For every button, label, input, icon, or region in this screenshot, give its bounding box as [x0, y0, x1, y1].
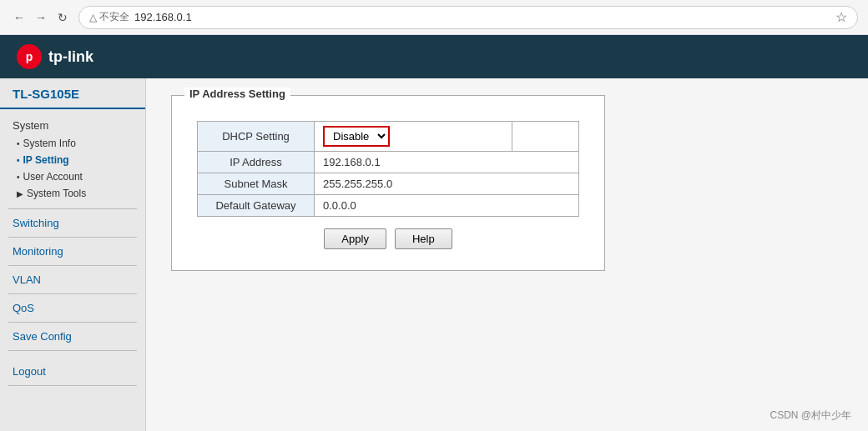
sidebar-item-save-config[interactable]: Save Config [0, 326, 145, 347]
dhcp-value-cell: Disable Enable [315, 122, 512, 152]
empty-cell [512, 122, 579, 152]
sidebar-item-label: User Account [23, 171, 83, 183]
bookmark-icon[interactable]: ☆ [835, 9, 847, 25]
table-row: Default Gateway 0.0.0.0 [198, 195, 579, 217]
sidebar-item-monitoring[interactable]: Monitoring [0, 241, 145, 262]
security-label: 不安全 [99, 10, 129, 24]
tp-header: p tp-link [0, 35, 868, 78]
sidebar-item-label: System Tools [27, 188, 86, 199]
browser-bar: ← → ↻ △ 不安全 192.168.0.1 ☆ [0, 0, 868, 35]
sidebar-item-label: System Info [23, 138, 76, 149]
divider-5 [8, 322, 137, 323]
nav-buttons: ← → ↻ [10, 8, 72, 27]
content-area: IP Address Setting DHCP Setting Disable … [146, 78, 868, 431]
security-warning: △ 不安全 [89, 10, 129, 24]
divider-3 [8, 265, 137, 266]
ip-address-panel: IP Address Setting DHCP Setting Disable … [171, 95, 605, 271]
apply-button[interactable]: Apply [324, 228, 386, 249]
bullet-icon: • [17, 139, 20, 148]
system-header: System [0, 116, 145, 135]
sidebar-item-user-account[interactable]: • User Account [0, 168, 145, 185]
ip-value: 192.168.0.1 [315, 152, 579, 173]
subnet-label: Subnet Mask [198, 173, 315, 195]
sidebar-item-system-tools[interactable]: ▶ System Tools [0, 185, 145, 202]
reload-button[interactable]: ↻ [53, 8, 72, 27]
address-bar[interactable]: △ 不安全 192.168.0.1 ☆ [78, 6, 858, 29]
subnet-value: 255.255.255.0 [315, 173, 579, 195]
sidebar: TL-SG105E System • System Info • IP Sett… [0, 78, 146, 431]
panel-title: IP Address Setting [184, 88, 290, 100]
bullet-icon: • [17, 156, 20, 165]
sidebar-item-switching[interactable]: Switching [0, 213, 145, 233]
back-button[interactable]: ← [10, 8, 28, 27]
dhcp-select[interactable]: Disable Enable [323, 126, 390, 147]
table-row: IP Address 192.168.0.1 [198, 152, 579, 173]
table-row: DHCP Setting Disable Enable [198, 122, 579, 152]
sidebar-item-qos[interactable]: QoS [0, 298, 145, 318]
sidebar-item-vlan[interactable]: VLAN [0, 269, 145, 290]
tp-logo: p tp-link [17, 44, 93, 69]
divider-4 [8, 293, 137, 294]
gateway-label: Default Gateway [198, 195, 315, 217]
logo-text: tp-link [48, 48, 93, 66]
footer-text: CSDN @村中少年 [770, 408, 851, 423]
divider-7 [8, 385, 137, 386]
main-layout: TL-SG105E System • System Info • IP Sett… [0, 78, 868, 431]
button-row: Apply Help [197, 228, 579, 249]
divider-2 [8, 237, 137, 238]
bullet-icon: • [17, 173, 20, 182]
settings-table: DHCP Setting Disable Enable IP Address 1… [197, 121, 579, 217]
ip-label: IP Address [198, 152, 315, 173]
address-text: 192.168.0.1 [134, 11, 192, 23]
logo-letter: p [26, 50, 33, 63]
dhcp-label: DHCP Setting [198, 122, 315, 152]
sidebar-item-logout[interactable]: Logout [0, 361, 145, 382]
tp-logo-icon: p [17, 44, 42, 69]
warning-icon: △ [89, 12, 97, 23]
system-section: System • System Info • IP Setting • User… [0, 109, 145, 205]
gateway-value: 0.0.0.0 [315, 195, 579, 217]
sidebar-item-system-info[interactable]: • System Info [0, 135, 145, 152]
device-title: TL-SG105E [0, 78, 145, 109]
table-row: Subnet Mask 255.255.255.0 [198, 173, 579, 195]
divider-1 [8, 208, 137, 209]
arrow-icon: ▶ [17, 189, 23, 198]
sidebar-item-label: IP Setting [23, 154, 69, 166]
forward-button[interactable]: → [32, 8, 50, 27]
sidebar-item-ip-setting[interactable]: • IP Setting [0, 152, 145, 168]
divider-6 [8, 350, 137, 351]
help-button[interactable]: Help [395, 228, 452, 249]
